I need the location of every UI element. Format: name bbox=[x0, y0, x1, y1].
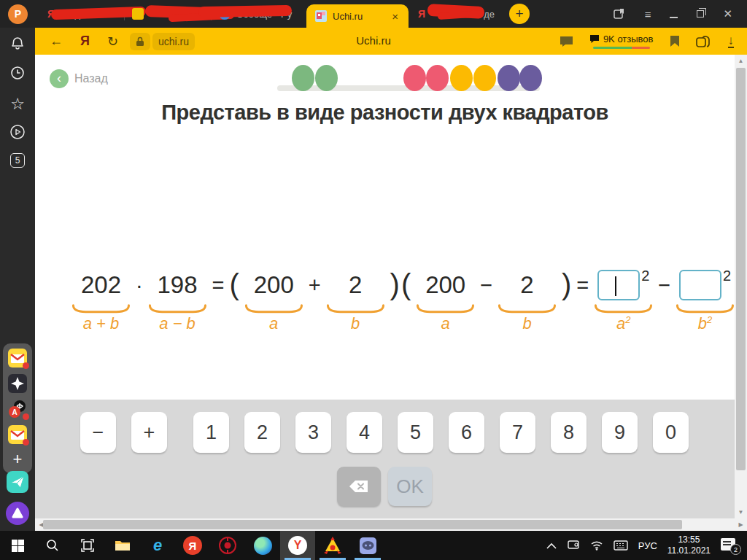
internet-explorer-icon[interactable]: e bbox=[140, 531, 175, 560]
sparkle-app-icon[interactable] bbox=[8, 374, 27, 393]
close-window-icon[interactable]: ✕ bbox=[723, 7, 732, 20]
underbrace bbox=[244, 304, 303, 314]
exercise-title: Представь в виде разности двух квадратов bbox=[35, 101, 735, 125]
notifications-bell-icon[interactable] bbox=[0, 36, 35, 51]
reviews-label: 9K отзывов bbox=[603, 34, 654, 44]
bookmarks-star-icon[interactable]: ☆ bbox=[0, 95, 35, 114]
yandex-mail-icon-2[interactable] bbox=[8, 425, 27, 444]
key-6[interactable]: 6 bbox=[449, 412, 484, 453]
tab-second[interactable] bbox=[125, 0, 211, 28]
progress-dot bbox=[315, 65, 338, 91]
plus-operator: + bbox=[309, 268, 321, 302]
on-screen-keyboard: − + 1 2 3 4 5 6 7 8 9 0 OK bbox=[35, 400, 735, 518]
browser-sidebar: ☆ 5 A bbox=[0, 28, 35, 531]
redaction-scribble bbox=[198, 5, 292, 18]
edge-icon[interactable] bbox=[245, 531, 280, 560]
taskbar-search-icon[interactable] bbox=[35, 531, 70, 560]
term-label: a bbox=[441, 314, 450, 332]
answer-input-a[interactable] bbox=[597, 270, 640, 300]
answer-input-b[interactable] bbox=[679, 270, 721, 300]
key-1[interactable]: 1 bbox=[193, 412, 229, 453]
bookmark-flag-icon[interactable] bbox=[670, 35, 680, 47]
tab-close-icon[interactable]: × bbox=[390, 10, 400, 23]
key-4[interactable]: 4 bbox=[347, 412, 382, 453]
back-nav-icon[interactable]: ← bbox=[41, 34, 71, 49]
touch-keyboard-icon[interactable] bbox=[614, 540, 628, 551]
key-5[interactable]: 5 bbox=[398, 412, 433, 453]
add-app-plus-icon[interactable]: + bbox=[13, 451, 23, 468]
yandex-app-icon[interactable]: Я bbox=[175, 531, 210, 560]
url-text[interactable]: uchi.ru bbox=[152, 33, 195, 50]
tab-uchi-active[interactable]: Uchi.ru × bbox=[306, 4, 409, 28]
backspace-key[interactable] bbox=[337, 467, 381, 506]
key-8[interactable]: 8 bbox=[551, 412, 587, 453]
tab-messages[interactable]: Сообще - Ру bbox=[212, 0, 306, 28]
tab-yandex[interactable]: Я Яндекс bbox=[38, 0, 124, 28]
yandex-mail-icon[interactable] bbox=[8, 349, 27, 368]
alice-assistant-icon[interactable] bbox=[0, 502, 35, 525]
task-view-icon[interactable] bbox=[70, 531, 105, 560]
taskbar-clock[interactable]: 13:55 11.01.2021 bbox=[667, 534, 711, 556]
key-3[interactable]: 3 bbox=[295, 412, 331, 453]
key-0[interactable]: 0 bbox=[653, 412, 689, 453]
profile-avatar[interactable]: P bbox=[8, 4, 28, 24]
lock-icon bbox=[130, 33, 150, 50]
reviews-widget[interactable]: 9K отзывов bbox=[589, 34, 654, 49]
scroll-right-icon[interactable]: ▶ bbox=[735, 518, 747, 531]
tray-expand-chevron-icon[interactable] bbox=[546, 542, 557, 549]
collections-icon[interactable] bbox=[696, 35, 712, 48]
yandex-favicon: Я bbox=[416, 8, 427, 20]
menu-icon[interactable]: ≡ bbox=[645, 8, 651, 20]
tab-count-badge[interactable]: 5 bbox=[0, 153, 35, 168]
messenger-app-icon[interactable] bbox=[0, 471, 35, 493]
tab-yandex-2[interactable]: Я де bbox=[409, 0, 502, 28]
back-button[interactable]: ‹ Назад bbox=[50, 69, 108, 88]
scroll-up-icon[interactable]: ▲ bbox=[735, 55, 747, 67]
time: 13:55 bbox=[667, 534, 711, 545]
minimize-icon[interactable] bbox=[670, 17, 678, 18]
action-center-icon[interactable]: 2 bbox=[721, 538, 738, 553]
key-7[interactable]: 7 bbox=[500, 412, 535, 453]
game-center-icon[interactable] bbox=[210, 531, 245, 560]
yandex-logo[interactable]: Я bbox=[71, 34, 98, 49]
history-clock-icon[interactable] bbox=[0, 66, 35, 80]
download-icon[interactable]: ↓ bbox=[728, 34, 735, 48]
addend-a1: 200 bbox=[249, 268, 298, 302]
notification-dot bbox=[23, 439, 29, 446]
progress-dot bbox=[450, 65, 473, 91]
underbrace bbox=[498, 304, 557, 314]
wifi-icon[interactable] bbox=[590, 540, 603, 551]
key-plus[interactable]: + bbox=[131, 412, 167, 453]
discord-icon[interactable] bbox=[350, 531, 385, 560]
key-9[interactable]: 9 bbox=[602, 412, 638, 453]
start-button[interactable] bbox=[0, 531, 35, 560]
new-tab-button[interactable]: + bbox=[509, 4, 530, 24]
exponent: 2 bbox=[641, 268, 649, 283]
translator-icon[interactable]: A bbox=[8, 400, 27, 419]
refresh-icon[interactable]: ↻ bbox=[98, 34, 127, 50]
svg-text:A: A bbox=[12, 408, 17, 416]
game-launcher-icon[interactable] bbox=[315, 531, 350, 560]
media-play-icon[interactable] bbox=[0, 124, 35, 140]
progress-dot bbox=[473, 65, 496, 91]
key-2[interactable]: 2 bbox=[244, 412, 280, 453]
system-tray: РУС 13:55 11.01.2021 2 bbox=[546, 531, 747, 560]
address-bar[interactable]: uchi.ru bbox=[130, 33, 195, 50]
restore-icon[interactable] bbox=[697, 10, 704, 18]
side-panel-icon[interactable] bbox=[613, 7, 626, 20]
horizontal-scrollbar[interactable]: ◀ ▶ bbox=[35, 518, 747, 531]
open-paren: ( bbox=[401, 268, 411, 302]
chat-icon[interactable] bbox=[560, 36, 573, 47]
progress-dot bbox=[519, 65, 542, 91]
vertical-scroll-thumb[interactable] bbox=[736, 68, 746, 470]
language-indicator[interactable]: РУС bbox=[638, 540, 657, 551]
equals-sign: = bbox=[212, 268, 225, 302]
file-explorer-icon[interactable] bbox=[105, 531, 140, 560]
vertical-scrollbar[interactable]: ▲ ▼ bbox=[735, 55, 747, 518]
yandex-browser-icon[interactable]: Y bbox=[280, 531, 315, 560]
ok-button[interactable]: OK bbox=[388, 467, 432, 506]
horizontal-scroll-thumb[interactable] bbox=[43, 520, 682, 529]
tray-device-icon[interactable] bbox=[567, 540, 580, 551]
key-minus[interactable]: − bbox=[80, 412, 116, 453]
scroll-down-icon[interactable]: ▼ bbox=[735, 506, 747, 518]
